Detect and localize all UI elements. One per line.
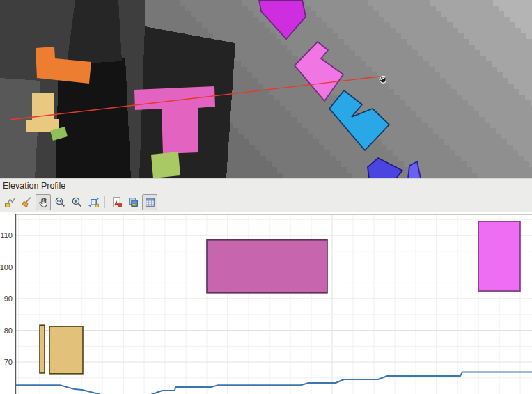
- clear-button[interactable]: [19, 194, 34, 210]
- toolbar-separator: [104, 196, 105, 208]
- qgis-window: Elevation Profile: [0, 0, 532, 394]
- y-axis-tick-label: 90: [4, 294, 13, 303]
- y-axis-tick-label: 100: [0, 263, 13, 271]
- elevation-profile-toolbar: [1, 193, 158, 211]
- profile-box-violet: [478, 221, 520, 291]
- hand-icon: [38, 196, 49, 208]
- capture-curve-icon: [4, 196, 16, 208]
- profile-box-tan-wide: [49, 326, 83, 374]
- broom-icon: [21, 196, 33, 208]
- elevation-profile-chart[interactable]: 110100908070: [0, 212, 532, 394]
- building-green-lower: [151, 152, 180, 178]
- export-pdf-button[interactable]: [109, 194, 124, 210]
- magnifier-plus-icon: [71, 196, 83, 208]
- y-axis-tick-label: 80: [4, 326, 13, 335]
- profile-box-orchid: [207, 240, 327, 293]
- copy-layers-icon: [127, 196, 139, 208]
- dem-black-band-top: [67, 0, 122, 64]
- export-image-button[interactable]: [125, 194, 141, 210]
- zoom-full-button[interactable]: [52, 194, 68, 210]
- profile-box-tan-thin: [40, 325, 45, 373]
- pan-button[interactable]: [36, 194, 51, 210]
- magnifier-arrows-icon: [54, 196, 66, 208]
- panel-title: Elevation Profile: [3, 181, 65, 191]
- page-pdf-icon: [111, 196, 123, 208]
- zoom-in-button[interactable]: [69, 194, 84, 210]
- y-axis-tick-label: 110: [0, 231, 13, 239]
- blue-extent-arrows-icon: [88, 196, 100, 208]
- dock-options-button[interactable]: [142, 194, 157, 210]
- elevation-profile-panel: Elevation Profile: [0, 178, 532, 212]
- add-profile-curve-button[interactable]: [2, 194, 17, 210]
- window-table-icon: [144, 196, 156, 208]
- y-axis-tick-label: 70: [4, 358, 13, 366]
- map-canvas[interactable]: [0, 0, 532, 178]
- move-extent-button[interactable]: [86, 194, 101, 210]
